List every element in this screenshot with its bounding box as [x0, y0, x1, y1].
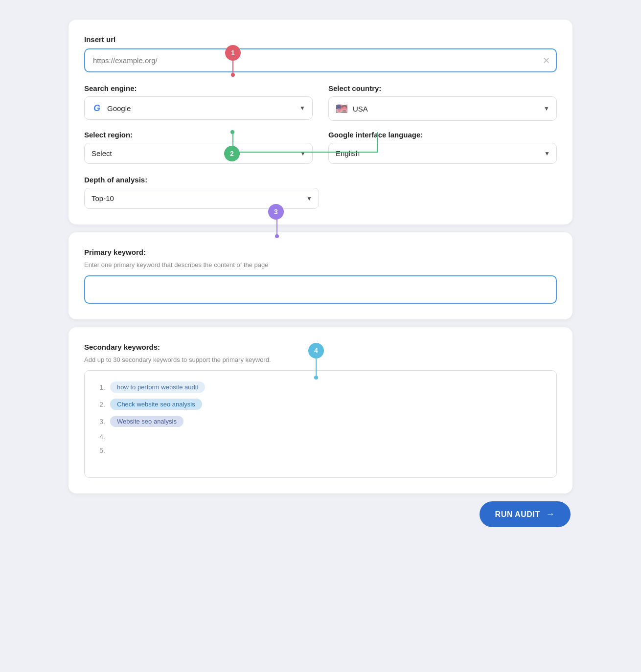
step-3-bubble: 3	[268, 204, 284, 220]
page-wrapper: 1 2 3 Insert url ✕ Search engine: G	[59, 10, 582, 537]
keyword-row-4: 4.	[94, 430, 547, 444]
select-region-label: Select region:	[84, 131, 313, 139]
keyword-row-5: 5.	[94, 444, 547, 457]
depth-label: Depth of analysis:	[84, 176, 319, 184]
google-language-label: Google interface language:	[328, 131, 557, 139]
select-country-select[interactable]: USA UK Canada Australia	[353, 105, 549, 113]
google-language-group: Google interface language: English Spani…	[328, 131, 557, 164]
url-input-wrapper: ✕	[84, 48, 557, 72]
keywords-list-container[interactable]: 1. how to perform website audit 2. Check…	[84, 370, 557, 478]
step-2-line-v2	[377, 132, 378, 153]
keyword-num-5: 5.	[94, 447, 105, 454]
select-country-group: Select country: 🇺🇸 USA UK Canada Austral…	[328, 84, 557, 121]
select-region-group: Select region: Select California New Yor…	[84, 131, 313, 164]
keyword-num-4: 4.	[94, 433, 105, 441]
keyword-num-1: 1.	[94, 383, 105, 391]
run-audit-button[interactable]: RUN AUDIT →	[480, 501, 571, 527]
select-country-select-wrapper[interactable]: 🇺🇸 USA UK Canada Australia ▼	[328, 96, 557, 121]
clear-icon[interactable]: ✕	[543, 55, 550, 66]
search-engine-label: Search engine:	[84, 84, 313, 92]
keyword-row-2: 2. Check website seo analysis	[94, 396, 547, 413]
search-engine-group: Search engine: G Google Bing Yahoo ▼	[84, 84, 313, 121]
google-language-wrapper[interactable]: English Spanish French German ▼	[328, 143, 557, 164]
depth-group: Depth of analysis: Top-10 Top-20 Top-30 …	[84, 176, 319, 209]
url-input[interactable]	[84, 48, 557, 72]
google-language-select[interactable]: English Spanish French German	[328, 143, 557, 164]
run-audit-label: RUN AUDIT	[495, 510, 540, 519]
keyword-chip-3[interactable]: Website seo analysis	[110, 416, 183, 427]
keyword-chip-1[interactable]: how to perform website audit	[110, 381, 205, 393]
url-label: Insert url	[84, 35, 557, 44]
keyword-num-3: 3.	[94, 418, 105, 426]
keyword-num-2: 2.	[94, 401, 105, 408]
select-region-wrapper[interactable]: Select California New York Texas ▼	[84, 143, 313, 164]
depth-wrapper[interactable]: Top-10 Top-20 Top-30 Top-50 ▼	[84, 188, 319, 209]
step-4-line	[316, 356, 317, 377]
usa-flag-icon: 🇺🇸	[336, 103, 348, 114]
footer-row: RUN AUDIT →	[69, 501, 572, 527]
depth-section: Depth of analysis: Top-10 Top-20 Top-30 …	[84, 176, 557, 209]
primary-keyword-input[interactable]	[84, 275, 557, 304]
step-1-bubble: 1	[225, 45, 241, 61]
step-2-bubble: 2	[224, 146, 240, 161]
keyword-chip-2[interactable]: Check website seo analysis	[110, 399, 202, 410]
settings-card: 1 2 3 Insert url ✕ Search engine: G	[69, 20, 572, 224]
search-engine-select-wrapper[interactable]: G Google Bing Yahoo ▼	[84, 96, 313, 120]
secondary-keywords-subtitle: Add up to 30 secondary keywords to suppo…	[84, 356, 557, 363]
run-audit-arrow-icon: →	[546, 509, 555, 519]
keyword-row-1: 1. how to perform website audit	[94, 379, 547, 396]
primary-keyword-title: Primary keyword:	[84, 248, 557, 256]
keyword-row-3: 3. Website seo analysis	[94, 413, 547, 430]
secondary-keywords-card: 4 Secondary keywords: Add up to 30 secon…	[69, 327, 572, 493]
select-country-label: Select country:	[328, 84, 557, 92]
depth-select[interactable]: Top-10 Top-20 Top-30 Top-50	[84, 188, 319, 209]
select-region-select[interactable]: Select California New York Texas	[84, 143, 313, 164]
search-engine-select[interactable]: Google Bing Yahoo	[107, 104, 305, 112]
step-2-line-h	[232, 152, 378, 153]
google-icon: G	[92, 103, 102, 113]
primary-keyword-card: Primary keyword: Enter one primary keywo…	[69, 232, 572, 319]
primary-keyword-subtitle: Enter one primary keyword that describes…	[84, 261, 557, 269]
step-4-bubble: 4	[308, 343, 324, 358]
